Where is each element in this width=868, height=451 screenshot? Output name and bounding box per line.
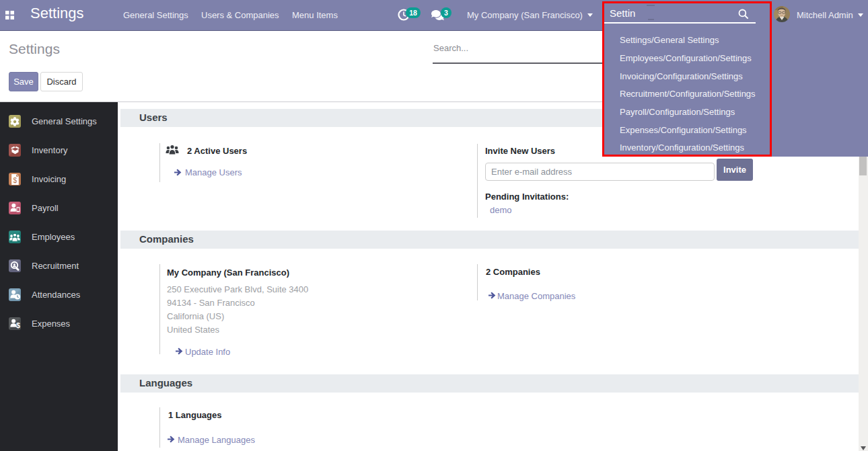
svg-text:$: $	[13, 176, 17, 183]
svg-text:$: $	[16, 321, 20, 329]
